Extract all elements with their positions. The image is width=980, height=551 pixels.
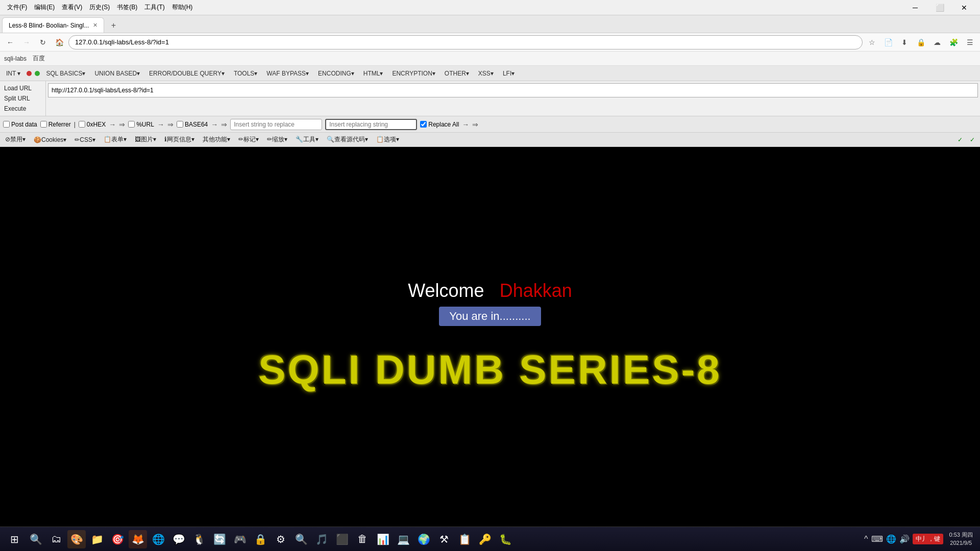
taskbar-hammer-icon[interactable]: ⚒ bbox=[435, 530, 453, 548]
load-url-button[interactable]: Load URL bbox=[1, 83, 44, 93]
execute-button[interactable]: Execute bbox=[1, 104, 44, 114]
sync-icon[interactable]: ☁ bbox=[930, 35, 944, 49]
taskbar-trash-icon[interactable]: 🗑 bbox=[353, 530, 372, 548]
addon-forms[interactable]: 📋表单▾ bbox=[102, 135, 129, 144]
taskbar-game-icon[interactable]: 🎯 bbox=[108, 530, 127, 548]
addon-zoom[interactable]: ✏缩放▾ bbox=[265, 135, 289, 144]
taskbar-music-icon[interactable]: 🎵 bbox=[312, 530, 331, 548]
taskbar-globe-icon[interactable]: 🌍 bbox=[414, 530, 433, 548]
menu-encoding[interactable]: ENCODING▾ bbox=[315, 69, 357, 78]
post-data-checkbox[interactable] bbox=[3, 121, 10, 128]
bookmark-star-icon[interactable]: ☆ bbox=[865, 35, 879, 49]
taskbar-settings-icon[interactable]: ⚙ bbox=[272, 530, 290, 548]
taskbar-files-icon[interactable]: 🗂 bbox=[47, 530, 65, 548]
addon-css[interactable]: ✏CSS▾ bbox=[72, 136, 97, 144]
new-tab-button[interactable]: + bbox=[106, 18, 120, 33]
taskbar-paint-icon[interactable]: 🎨 bbox=[67, 530, 86, 548]
download-icon[interactable]: ⬇ bbox=[897, 35, 912, 49]
tray-keyboard-icon[interactable]: ⌨ bbox=[871, 534, 883, 544]
taskbar-refresh-icon[interactable]: 🔄 bbox=[210, 530, 229, 548]
taskbar-clip-icon[interactable]: 📋 bbox=[455, 530, 474, 548]
taskbar-terminal-icon[interactable]: ⬛ bbox=[333, 530, 351, 548]
taskbar-lock-icon[interactable]: 🔒 bbox=[251, 530, 270, 548]
tray-volume-icon[interactable]: 🔊 bbox=[899, 534, 910, 544]
menu-tools[interactable]: 工具(T) bbox=[141, 2, 167, 13]
post-data-checkbox-label[interactable]: Post data bbox=[3, 121, 37, 128]
addon-viewsource[interactable]: 🔍查看源代码▾ bbox=[325, 135, 370, 144]
menu-other[interactable]: OTHER▾ bbox=[442, 69, 472, 78]
active-tab[interactable]: Less-8 Blind- Boolian- Singl... ✕ bbox=[2, 17, 104, 33]
insert-string-input[interactable] bbox=[230, 119, 322, 130]
bookmark-baidu[interactable]: 百度 bbox=[33, 54, 45, 63]
hex-checkbox-label[interactable]: 0xHEX bbox=[79, 121, 106, 128]
menu-error-double[interactable]: ERROR/DOUBLE QUERY▾ bbox=[146, 69, 228, 78]
security-icon[interactable]: 🔒 bbox=[914, 35, 928, 49]
tab-close-icon[interactable]: ✕ bbox=[93, 22, 97, 29]
pcturl-checkbox-label[interactable]: %URL bbox=[128, 121, 154, 128]
home-button[interactable]: 🏠 bbox=[52, 35, 66, 49]
menu-icon[interactable]: ☰ bbox=[963, 35, 977, 49]
addon-mark[interactable]: ✏标记▾ bbox=[236, 135, 261, 144]
menu-sql-basics[interactable]: SQL BASICS▾ bbox=[43, 69, 88, 78]
menu-html[interactable]: HTML▾ bbox=[360, 69, 386, 78]
insert-replacing-input[interactable] bbox=[325, 119, 417, 130]
taskbar-key-icon[interactable]: 🔑 bbox=[476, 530, 494, 548]
taskbar-search-icon[interactable]: 🔍 bbox=[27, 530, 45, 548]
split-url-button[interactable]: Split URL bbox=[1, 93, 44, 104]
addon-check-icon[interactable]: ✓ bbox=[955, 136, 965, 144]
ime-indicator[interactable]: 中丿，键 bbox=[913, 534, 943, 544]
taskbar-clock[interactable]: 0:53 周四 2021/9/5 bbox=[946, 530, 976, 548]
url-input[interactable] bbox=[48, 83, 978, 97]
taskbar-chart-icon[interactable]: 📊 bbox=[374, 530, 392, 548]
menu-tools[interactable]: TOOLS▾ bbox=[231, 69, 260, 78]
menu-encryption[interactable]: ENCRYPTION▾ bbox=[389, 69, 438, 78]
menu-xss[interactable]: XSS▾ bbox=[475, 69, 497, 78]
taskbar-firefox-icon[interactable]: 🦊 bbox=[129, 530, 147, 548]
tray-arrow-icon[interactable]: ^ bbox=[864, 535, 868, 544]
reader-mode-icon[interactable]: 📄 bbox=[881, 35, 895, 49]
back-button[interactable]: ← bbox=[3, 35, 17, 49]
hex-checkbox[interactable] bbox=[79, 121, 85, 128]
minimize-button[interactable]: ─ bbox=[903, 0, 927, 15]
menu-help[interactable]: 帮助(H) bbox=[169, 2, 196, 13]
base64-checkbox[interactable] bbox=[177, 121, 183, 128]
extensions-icon[interactable]: 🧩 bbox=[946, 35, 961, 49]
referrer-checkbox-label[interactable]: Referrer bbox=[40, 121, 71, 128]
menu-edit[interactable]: 编辑(E) bbox=[31, 2, 58, 13]
menu-view[interactable]: 查看(V) bbox=[59, 2, 85, 13]
menu-lfi[interactable]: LFI▾ bbox=[500, 69, 518, 78]
taskbar-browser2-icon[interactable]: 🌐 bbox=[149, 530, 167, 548]
taskbar-bug-icon[interactable]: 🐛 bbox=[496, 530, 514, 548]
reload-button[interactable]: ↻ bbox=[36, 35, 50, 49]
taskbar-controller-icon[interactable]: 🎮 bbox=[231, 530, 249, 548]
addon-images[interactable]: 🖼图片▾ bbox=[133, 135, 158, 144]
replace-all-checkbox[interactable] bbox=[420, 121, 427, 128]
menu-file[interactable]: 文件(F) bbox=[4, 2, 30, 13]
addon-tools[interactable]: 🔧工具▾ bbox=[293, 135, 321, 144]
addon-check2-icon[interactable]: ✓ bbox=[968, 136, 977, 144]
pcturl-checkbox[interactable] bbox=[128, 121, 135, 128]
addon-disable[interactable]: ⊘禁用▾ bbox=[3, 135, 28, 144]
addon-cookies[interactable]: 🍪Cookies▾ bbox=[32, 136, 68, 144]
addon-options[interactable]: 📋选项▾ bbox=[374, 135, 401, 144]
forward-button[interactable]: → bbox=[19, 35, 34, 49]
menu-waf-bypass[interactable]: WAF BYPASS▾ bbox=[263, 69, 312, 78]
taskbar-search2-icon[interactable]: 🔍 bbox=[292, 530, 310, 548]
menu-bookmarks[interactable]: 书签(B) bbox=[114, 2, 140, 13]
maximize-button[interactable]: ⬜ bbox=[928, 0, 951, 15]
referrer-checkbox[interactable] bbox=[40, 121, 47, 128]
addon-pageinfo[interactable]: ℹ网页信息▾ bbox=[162, 135, 197, 144]
menu-union-based[interactable]: UNION BASED▾ bbox=[91, 69, 143, 78]
bookmark-sqli-labs[interactable]: sqli-labs bbox=[4, 55, 27, 62]
taskbar-penguin-icon[interactable]: 🐧 bbox=[190, 530, 208, 548]
taskbar-folder-icon[interactable]: 📁 bbox=[88, 530, 106, 548]
replace-all-checkbox-label[interactable]: Replace All bbox=[420, 121, 459, 128]
start-button[interactable]: ⊞ bbox=[4, 529, 24, 549]
address-bar-input[interactable] bbox=[68, 35, 863, 49]
taskbar-pc-icon[interactable]: 💻 bbox=[394, 530, 412, 548]
tray-network-icon[interactable]: 🌐 bbox=[886, 534, 896, 544]
menu-history[interactable]: 历史(S) bbox=[86, 2, 113, 13]
int-selector[interactable]: INT ▾ bbox=[3, 69, 23, 78]
base64-checkbox-label[interactable]: BASE64 bbox=[177, 121, 208, 128]
close-button[interactable]: ✕ bbox=[952, 0, 976, 15]
